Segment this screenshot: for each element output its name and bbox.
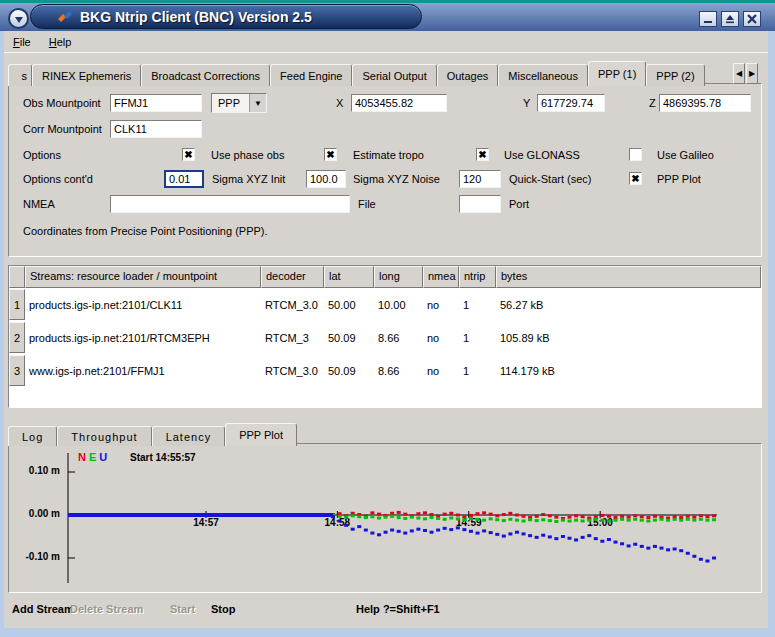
chevron-down-icon: ▼ xyxy=(249,94,266,112)
sigma-xyz-init-label: Sigma XYZ Init xyxy=(212,170,285,188)
y-tick-label: 0.00 m xyxy=(12,508,60,519)
table-row[interactable]: 3 www.igs-ip.net:2101/FFMJ1 RTCM_3.0 50.… xyxy=(9,354,761,387)
corr-mountpoint-field[interactable] xyxy=(110,120,202,138)
row-number[interactable]: 2 xyxy=(9,322,25,353)
cell-long: 8.66 xyxy=(374,321,423,354)
header-ntrip[interactable]: ntrip xyxy=(459,266,496,288)
z-coordinate-field[interactable] xyxy=(659,94,751,112)
help-shortcut-text: Help ?=Shift+F1 xyxy=(356,603,440,615)
tab-scroll-right-icon[interactable]: ▶ xyxy=(746,63,758,84)
menubar: File Help xyxy=(4,31,768,53)
use-galileo-label: Use Galileo xyxy=(657,146,714,164)
main-content: s RINEX Ephemeris Broadcast Corrections … xyxy=(4,53,768,628)
tab-feed-engine[interactable]: Feed Engine xyxy=(270,64,352,86)
use-galileo-checkbox[interactable] xyxy=(629,148,642,161)
nmea-file-label: File xyxy=(358,195,376,213)
cell-mountpoint: www.igs-ip.net:2101/FFMJ1 xyxy=(25,354,261,387)
row-number[interactable]: 1 xyxy=(9,289,25,320)
streams-table-header: Streams: resource loader / mountpoint de… xyxy=(9,266,761,288)
cell-ntrip: 1 xyxy=(459,288,496,321)
tab-outages[interactable]: Outages xyxy=(437,64,499,86)
tab-scroll-left-icon[interactable]: ◀ xyxy=(733,63,745,84)
sigma-xyz-noise-label: Sigma XYZ Noise xyxy=(353,170,440,188)
title-pill: BKG Ntrip Client (BNC) Version 2.5 xyxy=(30,4,422,29)
x-tick-label: 14:57 xyxy=(184,517,228,528)
nmea-port-label: Port xyxy=(509,195,529,213)
nmea-label: NMEA xyxy=(23,195,55,213)
plot-legend: NEU xyxy=(78,451,110,463)
menu-help[interactable]: Help xyxy=(40,33,81,51)
bnc-app-icon xyxy=(57,9,73,25)
header-bytes[interactable]: bytes xyxy=(496,266,761,288)
ppp1-panel: Obs Mountpoint PPP ▼ X Y Z Corr Mountpoi… xyxy=(8,83,762,257)
tab-ppp-plot[interactable]: PPP Plot xyxy=(225,423,297,446)
y-coordinate-field[interactable] xyxy=(537,94,605,112)
quick-start-label: Quick-Start (sec) xyxy=(509,170,592,188)
use-phase-obs-label: Use phase obs xyxy=(211,146,284,164)
quick-start-field[interactable] xyxy=(459,170,501,188)
sigma-xyz-noise-field[interactable] xyxy=(306,170,346,188)
cell-lat: 50.00 xyxy=(324,288,374,321)
options-contd-label: Options cont'd xyxy=(23,170,93,188)
tab-ppp-2[interactable]: PPP (2) xyxy=(646,64,704,86)
header-decoder[interactable]: decoder xyxy=(261,266,324,288)
sigma-xyz-init-field[interactable] xyxy=(164,170,204,188)
tab-throughput[interactable]: Throughput xyxy=(57,426,151,446)
maximize-button[interactable] xyxy=(721,11,739,27)
ppp-mode-combobox[interactable]: PPP ▼ xyxy=(211,93,267,113)
tab-latency[interactable]: Latency xyxy=(152,426,226,446)
close-icon xyxy=(747,14,757,24)
legend-item: U xyxy=(99,451,107,463)
x-coordinate-field[interactable] xyxy=(351,94,447,112)
table-row[interactable]: 1 products.igs-ip.net:2101/CLK11 RTCM_3.… xyxy=(9,288,761,321)
tab-serial-output[interactable]: Serial Output xyxy=(352,64,436,86)
cell-ntrip: 1 xyxy=(459,354,496,387)
ppp-plot-chart: NEU Start 14:55:57 0.10 m0.00 m-0.10 m14… xyxy=(10,445,760,591)
estimate-tropo-checkbox[interactable]: ✖ xyxy=(324,148,337,161)
table-row[interactable]: 2 products.igs-ip.net:2101/RTCM3EPH RTCM… xyxy=(9,321,761,354)
use-phase-obs-checkbox[interactable]: ✖ xyxy=(182,148,195,161)
legend-item: E xyxy=(89,451,96,463)
nmea-file-field[interactable] xyxy=(110,195,350,213)
use-glonass-checkbox[interactable]: ✖ xyxy=(476,148,489,161)
estimate-tropo-label: Estimate tropo xyxy=(353,146,424,164)
y-tick-label: -0.10 m xyxy=(12,551,60,562)
nmea-port-field[interactable] xyxy=(459,195,501,213)
cell-bytes: 114.179 kB xyxy=(496,354,761,387)
row-number[interactable]: 3 xyxy=(9,355,25,386)
menu-file[interactable]: File xyxy=(4,33,40,51)
cell-decoder: RTCM_3.0 xyxy=(261,288,324,321)
x-tick-label: 14:58 xyxy=(315,517,359,528)
y-label: Y xyxy=(523,94,530,112)
cell-bytes: 56.27 kB xyxy=(496,288,761,321)
cell-lat: 50.09 xyxy=(324,354,374,387)
cell-nmea: no xyxy=(423,354,459,387)
header-nmea[interactable]: nmea xyxy=(423,266,459,288)
tab-miscellaneous[interactable]: Miscellaneous xyxy=(498,64,588,86)
add-stream-button[interactable]: Add Stream xyxy=(12,603,74,615)
minimize-icon xyxy=(703,14,713,24)
plot-canvas xyxy=(10,445,760,591)
cell-long: 10.00 xyxy=(374,288,423,321)
stop-button[interactable]: Stop xyxy=(211,603,235,615)
tab-truncated[interactable]: s xyxy=(8,64,32,86)
cell-decoder: RTCM_3 xyxy=(261,321,324,354)
header-mountpoint[interactable]: Streams: resource loader / mountpoint xyxy=(25,266,261,288)
cell-ntrip: 1 xyxy=(459,321,496,354)
header-long[interactable]: long xyxy=(374,266,423,288)
tab-rinex-ephemeris[interactable]: RINEX Ephemeris xyxy=(32,64,141,86)
tab-broadcast-corrections[interactable]: Broadcast Corrections xyxy=(141,64,270,86)
obs-mountpoint-field[interactable] xyxy=(110,94,202,112)
x-tick-label: 14:59 xyxy=(447,517,491,528)
header-lat[interactable]: lat xyxy=(324,266,374,288)
tab-ppp-1[interactable]: PPP (1) xyxy=(588,61,646,86)
tab-log[interactable]: Log xyxy=(8,426,57,446)
delete-stream-button: Delete Stream xyxy=(70,603,143,615)
window-menu-button[interactable] xyxy=(8,8,29,29)
close-button[interactable] xyxy=(743,11,761,27)
titlebar[interactable]: BKG Ntrip Client (BNC) Version 2.5 xyxy=(0,3,775,31)
minimize-button[interactable] xyxy=(699,11,717,27)
cell-nmea: no xyxy=(423,321,459,354)
chevron-down-icon xyxy=(15,17,23,23)
ppp-plot-checkbox[interactable]: ✖ xyxy=(629,172,642,185)
